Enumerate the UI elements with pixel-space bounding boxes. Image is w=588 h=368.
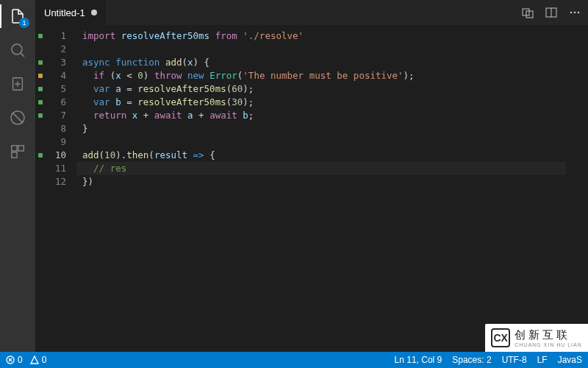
svg-rect-5 (12, 152, 17, 158)
svg-point-9 (570, 12, 573, 14)
status-lang[interactable]: JavaS (558, 355, 582, 365)
extensions-icon[interactable] (7, 141, 28, 162)
tab-actions (514, 0, 588, 25)
code-editor[interactable]: 123 456 789 101112 import resolveAfter50… (35, 25, 588, 352)
status-spaces[interactable]: Spaces: 2 (452, 355, 491, 365)
line-numbers: 123 456 789 101112 (46, 25, 76, 352)
split-editor-icon[interactable] (545, 7, 557, 18)
activity-bar: 1 (0, 0, 35, 352)
debug-icon[interactable] (7, 107, 28, 128)
compare-icon[interactable] (522, 7, 534, 18)
svg-rect-4 (18, 146, 24, 151)
tab-bar: Untitled-1 (35, 0, 588, 25)
status-eol[interactable]: LF (537, 355, 548, 365)
watermark-pinyin: CHUANG XIN HU LIAN (514, 342, 582, 347)
svg-point-10 (574, 12, 576, 14)
source-control-icon[interactable] (7, 74, 28, 94)
status-errors[interactable]: 0 (6, 355, 23, 365)
tab-modified-dot (91, 10, 97, 15)
more-icon[interactable] (569, 7, 581, 18)
explorer-badge: 1 (19, 18, 29, 28)
status-warnings[interactable]: 0 (30, 355, 47, 365)
watermark-brand: 创新互联 (514, 328, 582, 342)
status-encoding[interactable]: UTF-8 (502, 355, 527, 365)
tab-untitled[interactable]: Untitled-1 (35, 0, 107, 25)
status-bar: 0 0 Ln 11, Col 9 Spaces: 2 UTF-8 LF Java… (0, 352, 588, 368)
watermark-logo: CX (491, 328, 510, 347)
explorer-icon[interactable]: 1 (7, 6, 28, 26)
status-position[interactable]: Ln 11, Col 9 (395, 355, 442, 365)
tab-title: Untitled-1 (44, 7, 85, 18)
svg-rect-3 (12, 146, 17, 151)
gutter-marks (35, 25, 46, 352)
watermark: CX 创新互联 CHUANG XIN HU LIAN (485, 324, 588, 352)
svg-point-11 (578, 12, 580, 14)
code-content[interactable]: import resolveAfter50ms from './resolve'… (76, 25, 588, 352)
search-icon[interactable] (7, 40, 28, 60)
svg-point-0 (12, 44, 22, 54)
editor-area: Untitled-1 (35, 0, 588, 352)
